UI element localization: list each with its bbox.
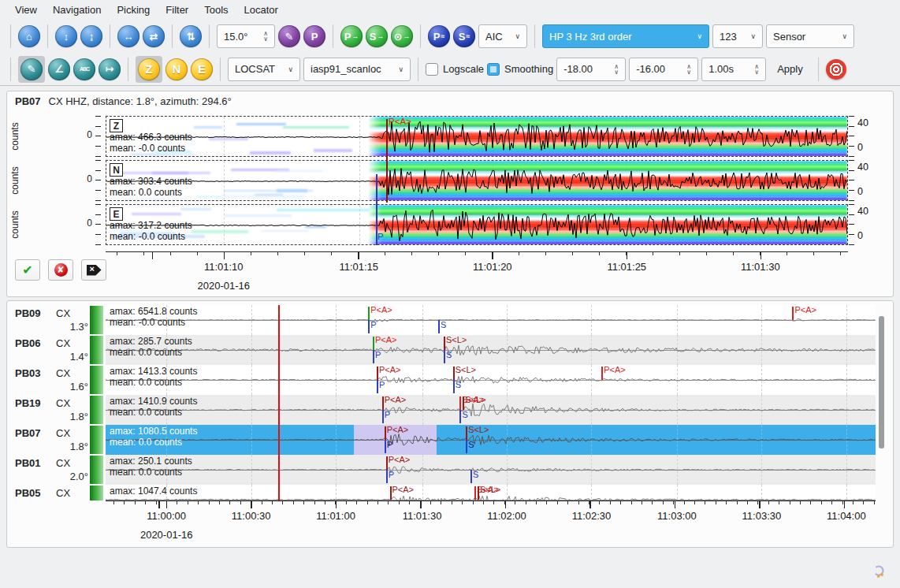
amplitude-gradient-bar xyxy=(90,456,103,484)
trace-area[interactable]: P<A>S<A>S<L>amax: 1047.4 counts xyxy=(106,485,876,501)
pick-marker[interactable]: S xyxy=(470,455,521,485)
confirm-pick-button[interactable]: ✔ xyxy=(15,259,40,281)
component-z-pressed: Z xyxy=(136,56,162,83)
pick-marker[interactable]: P xyxy=(377,365,427,395)
date-label: 2020-01-16 xyxy=(184,280,263,292)
trace-area[interactable]: P<A>PSP<A>amax: 6541.8 countsmean: -0.0 … xyxy=(106,305,876,335)
distance-label: 1.8° xyxy=(70,441,88,452)
logscale-checkbox[interactable]: Logscale xyxy=(426,63,484,76)
time-step-spinbox[interactable]: 1.00s ∧∨ xyxy=(701,58,766,81)
component-z-button[interactable]: Z xyxy=(138,58,160,80)
time-zoom-in-icon[interactable]: ⇄ xyxy=(143,25,165,47)
pick-marker[interactable]: P xyxy=(368,305,418,335)
trace-area[interactable]: P<A>S<L>PSamax: 1080.5 countsmean: 0.0 c… xyxy=(106,425,876,455)
mean-label: mean: 0.0 counts xyxy=(110,437,182,448)
sensor-select[interactable]: Sensor∨ xyxy=(766,24,854,48)
chevron-down-icon: ∨ xyxy=(842,32,847,40)
amplitude-unit-select[interactable]: 123∨ xyxy=(712,24,763,48)
pick-line xyxy=(382,410,384,423)
component-n-button[interactable]: N xyxy=(165,58,188,80)
station-row-pb19[interactable]: PB19CX1.8°P<A>S<A>S<L>PSamax: 1410.9 cou… xyxy=(7,395,893,425)
pick-line xyxy=(453,380,455,393)
trace-area[interactable]: P<A>S<L>PSamax: 285.7 countsmean: 0.0 co… xyxy=(106,335,876,365)
apply-button[interactable]: Apply xyxy=(769,58,811,80)
station-row-pb05[interactable]: PB05CXP<A>S<A>S<L>amax: 1047.4 counts xyxy=(7,485,893,501)
spectrogram-max-spinbox[interactable]: -16.00 ∧∨ xyxy=(629,58,698,81)
trace-area[interactable]: P<A>S<L>P<A>PSamax: 1413.3 countsmean: 0… xyxy=(106,365,876,395)
pick-marker[interactable]: P<A> xyxy=(792,305,842,335)
pick-other-icon[interactable]: ⊙→ xyxy=(391,25,413,47)
relocate-target-icon[interactable] xyxy=(826,59,846,80)
trace-area[interactable]: P<A>PSamax: 250.1 countsmean: 0.0 counts xyxy=(106,455,876,485)
spectrogram-trace-n[interactable]: Namax: 303.4 countsmean: 0.0 counts xyxy=(106,160,848,201)
station-row-pb06[interactable]: PB06CX1.4°P<A>S<L>PSamax: 285.7 countsme… xyxy=(7,335,893,365)
trace-area[interactable]: P<A>S<A>S<L>PSamax: 1410.9 countsmean: 0… xyxy=(106,395,876,425)
pick-marker[interactable]: P xyxy=(373,335,423,365)
onset-select[interactable]: AIC∨ xyxy=(478,24,527,48)
pick-marker[interactable]: P xyxy=(386,455,437,485)
pick-p-icon[interactable]: P→ xyxy=(340,25,363,47)
menu-tools[interactable]: Tools xyxy=(197,2,235,18)
uncertainty-s-icon[interactable]: S≈ xyxy=(453,25,475,47)
pick-marker[interactable]: P<A> xyxy=(390,485,441,501)
menu-view[interactable]: View xyxy=(8,2,44,18)
pick-marker[interactable]: S xyxy=(438,305,489,335)
locator-select[interactable]: LOCSAT∨ xyxy=(228,58,300,81)
pick-marker[interactable]: S xyxy=(444,335,494,365)
spectrogram-trace-e[interactable]: Eamax: 317.2 countsmean: -0.0 counts xyxy=(106,204,848,245)
vertical-scrollbar[interactable] xyxy=(879,316,884,448)
pick-s-icon[interactable]: S→ xyxy=(366,25,388,47)
align-tool-icon[interactable]: ↦ xyxy=(99,58,121,80)
polarity-tool-icon[interactable]: P xyxy=(303,25,325,47)
pick-marker[interactable]: S xyxy=(466,425,516,455)
pick-line xyxy=(385,440,386,453)
pick-marker[interactable]: P xyxy=(385,425,435,455)
spinner-arrows-icon[interactable]: ∧∨ xyxy=(686,64,691,75)
station-row-pb09[interactable]: PB09CX1.3°P<A>PSP<A>amax: 6541.8 countsm… xyxy=(7,305,893,335)
amplitude-zoom-icon[interactable]: ↕ xyxy=(55,25,77,47)
checkbox-icon[interactable] xyxy=(426,63,438,76)
gap-tool-icon[interactable]: ✎ xyxy=(278,25,300,47)
menu-picking[interactable]: Picking xyxy=(110,2,157,18)
spinner-arrows-icon[interactable]: ∧∨ xyxy=(263,31,268,42)
home-icon[interactable]: ⌂ xyxy=(18,25,40,47)
component-e-button[interactable]: E xyxy=(191,58,213,80)
time-tick-label: 11:01:10 xyxy=(184,261,263,273)
chevron-down-icon: ∨ xyxy=(398,65,404,73)
menu-filter[interactable]: Filter xyxy=(158,2,195,18)
station-row-pb01[interactable]: PB01CX2.0°P<A>PSamax: 250.1 countsmean: … xyxy=(7,455,893,485)
pick-mode-icon[interactable]: ✎ xyxy=(20,58,43,80)
spectrogram-min-spinbox[interactable]: -18.00 ∧∨ xyxy=(556,58,626,81)
menu-locator[interactable]: Locator xyxy=(237,2,285,18)
pick-marker[interactable]: S xyxy=(453,365,504,395)
amplitude-fit-icon[interactable]: ↨ xyxy=(80,25,102,47)
spectrogram-plot[interactable]: Zamax: 466.3 countsmean: -0.0 countsNama… xyxy=(106,116,848,245)
filter-select[interactable]: HP 3 Hz 3rd order∨ xyxy=(542,24,709,48)
station-row-pb07[interactable]: PB07CX1.8°P<A>S<L>PSamax: 1080.5 countsm… xyxy=(7,425,893,455)
uncertainty-p-icon[interactable]: P≈ xyxy=(428,25,450,47)
pick-marker[interactable]: P xyxy=(382,395,433,425)
menu-navigation[interactable]: Navigation xyxy=(46,2,108,18)
row-height-icon[interactable]: ⇅ xyxy=(180,25,202,47)
pick-label: P<A> xyxy=(392,485,415,494)
measure-tool-icon[interactable]: ∠ xyxy=(48,58,70,80)
station-meta: CX HHZ, distance: 1.8°, azimuth: 294.6° xyxy=(49,95,232,107)
smoothing-checkbox[interactable]: Smoothing xyxy=(487,63,553,76)
spectrogram-trace-z[interactable]: Zamax: 466.3 countsmean: -0.0 counts xyxy=(106,116,848,157)
pick-marker[interactable]: S xyxy=(459,395,510,425)
reject-pick-button[interactable]: ✘ xyxy=(48,259,73,281)
skip-trace-button[interactable]: × xyxy=(81,259,106,281)
profile-select[interactable]: iasp91_scanloc∨ xyxy=(303,58,411,81)
pick-line xyxy=(377,380,378,393)
left-axis-ticks xyxy=(95,204,101,245)
spinner-arrows-icon[interactable]: ∧∨ xyxy=(614,64,619,75)
pick-marker[interactable]: S<L> xyxy=(478,485,528,501)
pick-marker[interactable]: P<A> xyxy=(601,365,652,395)
station-row-pb03[interactable]: PB03CX1.6°P<A>S<L>P<A>PSamax: 1413.3 cou… xyxy=(7,365,893,395)
rename-tool-icon[interactable]: ABC xyxy=(73,58,95,80)
angle-spinbox[interactable]: 15.0° ∧∨ xyxy=(217,24,275,48)
pick-line xyxy=(444,350,445,363)
time-zoom-out-icon[interactable]: ↔ xyxy=(117,25,139,47)
checkbox-checked-icon[interactable] xyxy=(487,63,500,76)
spinner-arrows-icon[interactable]: ∧∨ xyxy=(754,64,759,75)
